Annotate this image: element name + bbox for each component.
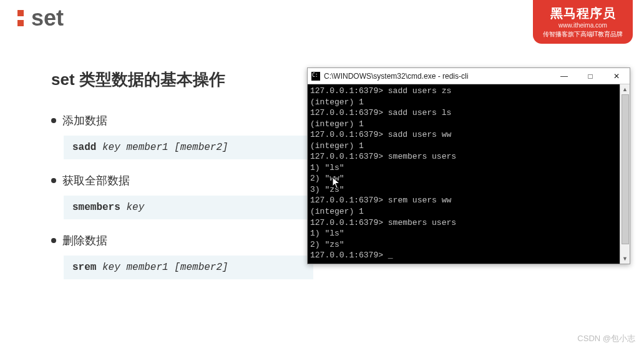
code-args: key member1 [member2] [102, 262, 228, 273]
brand-tagline: 传智播客旗下高端IT教育品牌 [543, 30, 623, 39]
cmd-icon [311, 72, 320, 81]
close-button[interactable]: ✕ [603, 68, 630, 84]
bullet-icon [51, 118, 56, 123]
code-block: sadd key member1 [member2] [64, 136, 313, 159]
op-label: 添加数据 [62, 113, 107, 128]
section-title: set 类型数据的基本操作 [51, 69, 313, 91]
scroll-up-button[interactable]: ▲ [620, 84, 630, 94]
code-command: sadd [72, 142, 96, 153]
op-row: 获取全部数据 [51, 173, 313, 188]
code-block: srem key member1 [member2] [64, 256, 313, 279]
code-command: smembers [72, 202, 120, 213]
brand-title: 黑马程序员 [550, 5, 616, 22]
scroll-down-button[interactable]: ▼ [620, 254, 630, 264]
header-marks [17, 10, 24, 26]
code-command: srem [72, 262, 96, 273]
minimize-button[interactable]: — [551, 68, 577, 84]
page-title: set [31, 5, 64, 31]
scrollbar[interactable]: ▲ ▼ [620, 84, 630, 264]
op-label: 获取全部数据 [62, 173, 130, 188]
titlebar-text: C:\WINDOWS\system32\cmd.exe - redis-cli [324, 72, 468, 81]
code-args: key [126, 202, 144, 213]
terminal-body[interactable]: 127.0.0.1:6379> sadd users zs (integer) … [308, 84, 630, 264]
window-controls: — □ ✕ [551, 68, 630, 84]
brand-badge: 黑马程序员 www.itheima.com 传智播客旗下高端IT教育品牌 [533, 0, 633, 44]
page-header: set [17, 5, 64, 31]
bullet-icon [51, 238, 56, 243]
code-block: smembers key [64, 196, 313, 219]
op-row: 删除数据 [51, 233, 313, 248]
op-row: 添加数据 [51, 113, 313, 128]
operations-list: 添加数据 sadd key member1 [member2] 获取全部数据 s… [51, 113, 313, 279]
titlebar-left: C:\WINDOWS\system32\cmd.exe - redis-cli [311, 72, 468, 81]
op-item-add: 添加数据 sadd key member1 [member2] [51, 113, 313, 159]
code-args: key member1 [member2] [102, 142, 228, 153]
watermark: CSDN @包小志 [577, 333, 635, 344]
op-item-get: 获取全部数据 smembers key [51, 173, 313, 219]
op-item-delete: 删除数据 srem key member1 [member2] [51, 233, 313, 279]
header-mark [17, 20, 24, 26]
header-mark [17, 10, 24, 16]
scroll-thumb[interactable] [622, 94, 629, 244]
terminal-window: C:\WINDOWS\system32\cmd.exe - redis-cli … [307, 67, 630, 264]
slide-content: set 类型数据的基本操作 添加数据 sadd key member1 [mem… [51, 69, 313, 293]
op-label: 删除数据 [62, 233, 107, 248]
maximize-button[interactable]: □ [577, 68, 603, 84]
terminal-titlebar[interactable]: C:\WINDOWS\system32\cmd.exe - redis-cli … [308, 68, 630, 84]
bullet-icon [51, 178, 56, 183]
brand-url: www.itheima.com [559, 22, 607, 29]
terminal-output[interactable]: 127.0.0.1:6379> sadd users zs (integer) … [308, 84, 620, 264]
